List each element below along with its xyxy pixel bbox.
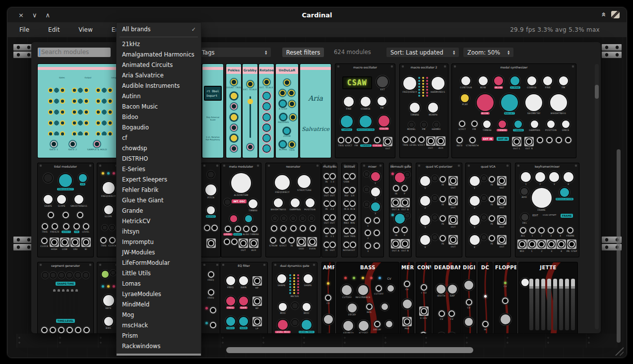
brand-option-e-series[interactable]: E-Series [117,164,201,175]
menu-scroll-indicator[interactable] [117,354,201,356]
module-card-amp[interactable]: AMPCVIN [322,262,334,333]
brand-option-lomas[interactable]: Lomas [117,279,201,289]
control-cell [379,277,381,279]
control-cell: Zoom [283,128,291,137]
module-card-tidal-modulator[interactable]: tidal modulatorFREQUENCYFMSHAPESLOPESMOO… [38,163,93,257]
brand-option-grande[interactable]: Grande [117,206,201,216]
module-card-grabby[interactable]: GrabbyExt. Scale [243,64,257,158]
jack [420,332,427,333]
rack-vertical-scrollbar[interactable] [617,149,621,343]
tags-select[interactable]: Tags ▲▼ [198,48,271,57]
module-card-macro-oscillator-2[interactable]: macro oscillator 2FREQUENCYHARMONICSTIMB… [400,64,448,158]
jack [393,185,399,191]
module-card-quad-vc-polarizer[interactable]: quad VC-polarizer1INOUT2INOUT3INOUT4INOU… [416,163,462,257]
module-card-keyframer-mixer[interactable]: keyframer/mixer1234ADDFRAMEMODULATIONDEL… [515,163,579,257]
zoom-select[interactable]: Zoom: 50% ▲▼ [463,48,513,57]
control-cell: 1 [371,172,380,184]
brand-option-bacon-music[interactable]: Bacon Music [117,102,201,112]
brand-option-autinn[interactable]: Autinn [117,91,201,102]
brand-option-hetrickcv[interactable]: HetrickCV [117,216,201,227]
brand-option-lifeformmodular[interactable]: LifeFormModular [117,258,201,268]
module-card-meta-modulator[interactable]: meta modulatorALGORITHMINT. OSCTIMBRELEV… [221,163,261,257]
brand-option-cf[interactable]: cf [117,133,201,143]
module-card-utilities[interactable]: utilitiesSIGNINV1/XIN AIN BMAXMINS&HTRIG… [342,163,357,257]
knob [470,215,480,225]
brand-option-chowdsp[interactable]: chowdsp [117,143,201,154]
module-card-dc[interactable]: DCIN [478,262,492,333]
menu-file[interactable]: File [19,26,29,33]
control-label: SMOOTHNESS [70,205,87,207]
brand-option-prism[interactable]: Prism [117,331,201,341]
collapse-all-icon[interactable]: « [599,12,608,17]
control-label: OUT B [401,249,409,252]
sort-select[interactable]: Sort: Last updated ▲▼ [386,48,459,57]
control-cell: FM [353,137,360,147]
module-card-macro-oscillator[interactable]: macro oscillatorCSAWEXTFINECOARSEFMTIMBR… [335,64,395,158]
control-label: FREQ [226,327,235,329]
brand-option-amalgamated-harmonics[interactable]: Amalgamated Harmonics [117,50,201,60]
module-card-modal-synthesizer[interactable]: modal synthesizerCONTOURBOWBLOWSTRIKECOA… [452,64,576,158]
module-card-deadband[interactable]: DEADBANDWIDTHGAPCVCV [433,262,460,333]
brand-option-bidoo[interactable]: Bidoo [117,112,201,122]
control-cell [58,327,64,333]
module-card-eq-filter[interactable]: EQ filterFREQGAINHPFREQGAINBPFREQGAINLP [220,262,267,333]
module-body: CSAWEXTFINECOARSEFMTIMBREMODULATIONCOLOR… [335,69,395,158]
module-card-rotatoes[interactable]: RotatoesExt. Scale [259,64,274,158]
browser-scrollbar[interactable] [595,64,599,329]
brand-option-bogaudio[interactable]: Bogaudio [117,122,201,133]
module-card[interactable]: rt Obol DepartPoly External Scale3 ch. R… [202,64,223,158]
module-card-multiples[interactable]: multiplesIN1:3OUTOUTIN2:2OUTOUTIN1:1INOU… [322,163,337,257]
module-card[interactable]: AriaSalvatrice [300,64,331,158]
brand-option-21khz[interactable]: 21kHz [117,39,201,50]
module-card-bass[interactable]: BASSCVCUTOFFRESONANCECUTOFFDECAYRESENVMO… [337,262,399,333]
rack-horizontal-scrollbar[interactable] [226,347,473,353]
brand-option-jw-modules[interactable]: JW-Modules [117,247,201,258]
brand-option-little-utils[interactable]: Little Utils [117,268,201,279]
brand-option-mschack[interactable]: mscHack [117,320,201,331]
module-card-dual-dynamics-gate[interactable]: dual dynamics gateSHAPEMETERSHAPEMODMODL… [272,262,317,333]
module-card[interactable]: PITCHBLEND [201,163,220,257]
module-controls-row: 4INOUT [418,235,460,248]
brand-option-all-brands[interactable]: All brands ✓ [117,24,201,35]
brand-option-distrho[interactable]: DISTRHO [117,154,201,164]
module-card-undular[interactable]: UnDuLaRX StepPaddingZoomAlphaTrig [276,64,298,158]
reset-filters-button[interactable]: Reset filters [282,48,324,57]
brand-option-glue-the-giant[interactable]: Glue the Giant [117,195,201,206]
module-controls-row [244,96,256,138]
slider [75,289,78,315]
brand-option-impromptu[interactable]: Impromptu [117,237,201,247]
knob [420,235,430,245]
browser-scrollbar-thumb[interactable] [595,85,599,99]
brand-option-aria-salvatrice[interactable]: Aria Salvatrice [117,70,201,81]
menu-edit[interactable]: Edit [48,26,60,33]
brand-option-fehler-fabrik[interactable]: Fehler Fabrik [117,185,201,195]
module-card[interactable]: FREQFREQFREQ [201,262,220,333]
brand-option-lyraemodules[interactable]: LyraeModules [117,289,201,300]
module-card-bernoulli-gate[interactable]: bernoulli gateINPOUT AOUT BINPOUT AOUT B [389,163,411,257]
control-cell: LEVEL [82,223,90,233]
module-card-quad-vca[interactable]: quad VCA1INOUT2INOUT3INOUT4INOUT [466,163,510,257]
brand-option-expert-sleepers[interactable]: Expert Sleepers [117,175,201,185]
brand-option-mog[interactable]: Mog [117,310,201,320]
brand-option-audible-instruments[interactable]: Audible Instruments [117,81,201,91]
module-card-resonator[interactable]: resonatorFREQUENCYSTRUCTUREBRIGHTNESSDAM… [266,163,320,257]
module-card-jette[interactable]: JETTEV/OCT [519,262,577,333]
brand-option-animated-circuits[interactable]: Animated Circuits [117,60,201,70]
search-input[interactable]: Search modules [38,48,111,57]
module-card-mera[interactable]: MERACVPRE [400,262,414,333]
brand-option-mindmeld[interactable]: MindMeld [117,300,201,310]
module-card-digi[interactable]: DIGICVANALOG [462,262,476,333]
module-card-pokles[interactable]: PoklesDisint Trig [226,64,241,158]
module-card-mixer[interactable]: mixer123123 [361,163,383,257]
control-cell: 2 [371,187,380,200]
app-icon[interactable] [611,11,620,18]
jack [72,239,78,245]
module-card-segment-generator[interactable]: segment generatorSHAPE/TIMETIME/LEVELGAT… [38,262,93,333]
module-card-conv[interactable]: CONV+ 5V0-10V0-10V [416,262,431,333]
brand-option-rackwindows[interactable]: Rackwindows [117,341,201,352]
menu-view[interactable]: View [78,26,92,33]
control-label: V/OCT [279,244,287,247]
control-label: FREQUENCY [57,188,73,190]
brand-option-ihtsyn[interactable]: ihtsyn [117,227,201,237]
module-card-flopper[interactable]: FLOPPERCVININ [494,262,516,333]
